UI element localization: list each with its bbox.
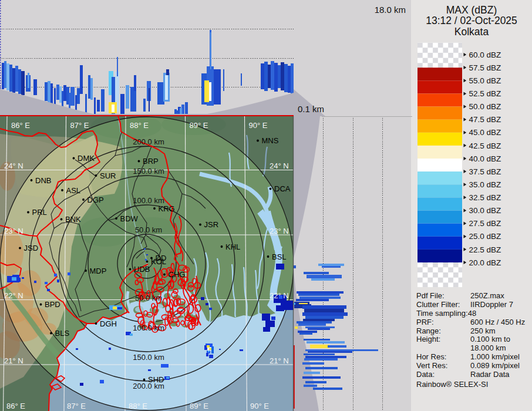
svg-text:KOL: KOL (151, 257, 166, 266)
svg-text:21° N: 21° N (270, 356, 289, 365)
svg-text:87° E: 87° E (67, 402, 86, 410)
svg-text:Time sampling:48: Time sampling:48 (416, 309, 476, 318)
svg-text:100.0 km: 100.0 km (133, 324, 164, 332)
svg-text:24° N: 24° N (270, 161, 289, 170)
svg-text:ASL: ASL (66, 186, 81, 195)
svg-text:JSR: JSR (204, 220, 219, 229)
svg-text:DGH: DGH (100, 319, 117, 328)
svg-text:45.0 dBZ: 45.0 dBZ (469, 128, 501, 137)
svg-text:18.000 km: 18.000 km (470, 343, 506, 352)
svg-text:UDB: UDB (134, 265, 150, 274)
svg-text:57.5 dBZ: 57.5 dBZ (469, 63, 501, 72)
svg-text:Range:: Range: (416, 326, 441, 335)
svg-text:JSD: JSD (24, 244, 39, 252)
svg-text:Rainbow® SELEX-SI: Rainbow® SELEX-SI (416, 380, 488, 389)
svg-text:22° N: 22° N (270, 291, 289, 300)
svg-text:Radar Data: Radar Data (470, 370, 510, 379)
svg-text:1.000 km/pixel: 1.000 km/pixel (470, 352, 520, 361)
svg-text:Clutter Filter:: Clutter Filter: (416, 300, 460, 309)
svg-text:150.0 km: 150.0 km (133, 353, 164, 362)
svg-text:87° E: 87° E (70, 121, 89, 130)
svg-text:BRP: BRP (143, 157, 159, 166)
svg-text:23° N: 23° N (270, 227, 289, 235)
svg-text:0.089 km/pixel: 0.089 km/pixel (470, 361, 520, 370)
svg-text:MAX (dBZ): MAX (dBZ) (446, 4, 497, 16)
svg-text:DMK: DMK (78, 154, 95, 163)
svg-text:Height:: Height: (416, 335, 440, 343)
svg-text:20.0 dBZ: 20.0 dBZ (469, 258, 501, 267)
svg-text:88° E: 88° E (130, 121, 149, 130)
svg-text:250Z.max: 250Z.max (470, 291, 504, 300)
svg-text:23° N: 23° N (4, 227, 23, 235)
svg-text:55.0 dBZ: 55.0 dBZ (469, 76, 501, 85)
svg-text:86° E: 86° E (6, 402, 25, 410)
svg-text:32.5 dBZ: 32.5 dBZ (469, 193, 501, 202)
svg-text:18.0 km: 18.0 km (375, 5, 406, 15)
svg-text:MNS: MNS (262, 136, 279, 145)
svg-text:SUR: SUR (100, 171, 116, 180)
svg-text:24° N: 24° N (4, 161, 23, 170)
svg-text:Data:: Data: (416, 370, 435, 379)
svg-text:27.5 dBZ: 27.5 dBZ (469, 219, 501, 228)
svg-text:250 km: 250 km (470, 326, 496, 335)
svg-text:37.5 dBZ: 37.5 dBZ (469, 167, 501, 176)
svg-text:200.0 km: 200.0 km (133, 137, 164, 146)
svg-text:47.5 dBZ: 47.5 dBZ (469, 115, 501, 124)
svg-text:BSL: BSL (272, 252, 287, 261)
svg-text:CHG: CHG (169, 270, 186, 279)
svg-text:60.0 dBZ: 60.0 dBZ (469, 50, 501, 59)
svg-text:MDP: MDP (90, 267, 107, 275)
svg-text:88° E: 88° E (129, 402, 147, 410)
svg-text:90° E: 90° E (250, 402, 269, 410)
svg-text:90° E: 90° E (249, 121, 268, 130)
svg-text:42.5 dBZ: 42.5 dBZ (469, 142, 501, 150)
svg-text:BDW: BDW (120, 214, 139, 223)
svg-text:Pdf File:: Pdf File: (416, 291, 445, 300)
svg-text:Kolkata: Kolkata (454, 26, 489, 38)
svg-text:BNK: BNK (65, 215, 81, 224)
svg-text:89° E: 89° E (190, 402, 208, 410)
svg-text:0.1 km: 0.1 km (298, 104, 324, 114)
svg-text:0.100 km to: 0.100 km to (470, 335, 510, 343)
svg-text:13:12 / 02-Oct-2025: 13:12 / 02-Oct-2025 (426, 15, 517, 26)
svg-text:86° E: 86° E (11, 121, 30, 130)
svg-text:50.0 dBZ: 50.0 dBZ (469, 102, 501, 111)
svg-text:PRL: PRL (32, 208, 47, 217)
svg-text:DCA: DCA (274, 184, 291, 193)
svg-text:BLS: BLS (55, 329, 70, 338)
svg-text:35.0 dBZ: 35.0 dBZ (469, 180, 501, 189)
svg-text:40.0 dBZ: 40.0 dBZ (469, 154, 501, 163)
svg-text:Vert Res:: Vert Res: (416, 361, 447, 370)
svg-text:DGP: DGP (87, 196, 104, 204)
svg-text:22.5 dBZ: 22.5 dBZ (469, 245, 501, 254)
svg-text:89° E: 89° E (190, 121, 208, 130)
svg-text:600 Hz / 450 Hz: 600 Hz / 450 Hz (470, 318, 525, 326)
svg-text:52.5 dBZ: 52.5 dBZ (469, 89, 501, 98)
svg-text:BPD: BPD (45, 300, 60, 309)
svg-text:IIRDoppler 7: IIRDoppler 7 (470, 300, 513, 309)
svg-text:DNB: DNB (35, 176, 51, 185)
svg-text:30.0 dBZ: 30.0 dBZ (469, 206, 501, 215)
svg-text:PRF:: PRF: (416, 318, 434, 326)
svg-text:KRG: KRG (159, 204, 175, 213)
svg-text:150.0 km: 150.0 km (133, 167, 164, 176)
svg-text:22° N: 22° N (4, 291, 23, 300)
svg-text:SHD: SHD (148, 375, 164, 384)
svg-text:KHL: KHL (225, 242, 240, 251)
svg-text:21° N: 21° N (4, 356, 23, 365)
svg-text:50.0 km: 50.0 km (135, 294, 162, 302)
svg-text:25.0 dBZ: 25.0 dBZ (469, 232, 501, 241)
svg-text:Hor Res:: Hor Res: (416, 352, 446, 361)
svg-text:50.0 km: 50.0 km (135, 225, 162, 234)
